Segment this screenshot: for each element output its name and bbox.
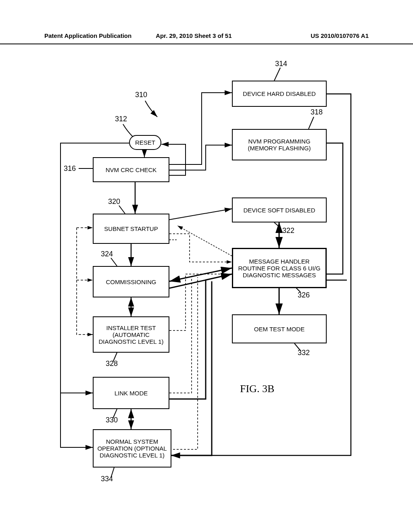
figure-label: FIG. 3B	[240, 383, 274, 395]
ref-328: 328	[106, 360, 118, 368]
ref-318: 318	[311, 108, 323, 116]
ref-322: 322	[282, 227, 294, 235]
box-link-mode: LINK MODE	[93, 377, 169, 409]
svg-line-10	[169, 274, 232, 288]
ref-334: 334	[101, 475, 113, 483]
box-316-label: NVM CRC CHECK	[106, 166, 157, 173]
box-nvm-programming: NVM PROGRAMMING (MEMORY FLASHING)	[232, 129, 327, 160]
svg-line-6	[169, 209, 232, 220]
header-date-sheet: Apr. 29, 2010 Sheet 3 of 51	[131, 32, 311, 44]
box-332-label: OEM TEST MODE	[254, 326, 305, 332]
box-installer-test: INSTALLER TEST (AUTOMATIC DIAGNOSTIC LEV…	[93, 316, 169, 353]
header-doc-number: US 2010/0107076 A1	[311, 32, 369, 44]
box-318-label: NVM PROGRAMMING (MEMORY FLASHING)	[235, 138, 323, 152]
svg-line-8	[169, 268, 232, 281]
box-subnet-startup: SUBNET STARTUP	[93, 214, 169, 244]
box-oem-test-mode: OEM TEST MODE	[232, 314, 327, 343]
ref-314: 314	[275, 60, 287, 68]
ref-310: 310	[135, 91, 147, 99]
box-328-label: INSTALLER TEST (AUTOMATIC DIAGNOSTIC LEV…	[96, 324, 166, 345]
ref-316: 316	[64, 164, 76, 173]
box-reset-label: RESET	[135, 139, 155, 146]
box-330-label: LINK MODE	[115, 390, 148, 397]
box-device-soft-disabled: DEVICE SOFT DISABLED	[232, 197, 327, 222]
ref-312: 312	[115, 115, 127, 123]
box-commissioning: COMMISSIONING	[93, 266, 169, 297]
ref-332: 332	[298, 349, 310, 357]
box-normal-system-op: NORMAL SYSTEM OPERATION (OPTIONAL DIAGNO…	[93, 429, 171, 468]
box-320-label: SUBNET STARTUP	[104, 225, 158, 232]
header-publication: Patent Application Publication	[44, 32, 131, 44]
box-324-label: COMMISSIONING	[106, 278, 156, 285]
box-314-label: DEVICE HARD DISABLED	[243, 90, 316, 97]
diagram-area: RESET DEVICE HARD DISABLED NVM CRC CHECK…	[0, 56, 413, 516]
connector-lines	[0, 56, 413, 516]
ref-324: 324	[101, 250, 113, 258]
box-326-label: MESSAGE HANDLER ROUTINE FOR CLASS 6 UI/G…	[236, 258, 323, 278]
box-nvm-crc-check: NVM CRC CHECK	[93, 157, 169, 182]
box-322-label: DEVICE SOFT DISABLED	[243, 207, 315, 214]
ref-320: 320	[108, 197, 120, 206]
box-334-label: NORMAL SYSTEM OPERATION (OPTIONAL DIAGNO…	[96, 438, 168, 459]
box-device-hard-disabled: DEVICE HARD DISABLED	[232, 81, 327, 107]
ref-330: 330	[106, 416, 118, 424]
ref-326: 326	[298, 291, 310, 299]
box-reset: RESET	[129, 135, 161, 150]
box-message-handler: MESSAGE HANDLER ROUTINE FOR CLASS 6 UI/G…	[232, 248, 327, 288]
page-header: Patent Application Publication Apr. 29, …	[0, 32, 413, 44]
